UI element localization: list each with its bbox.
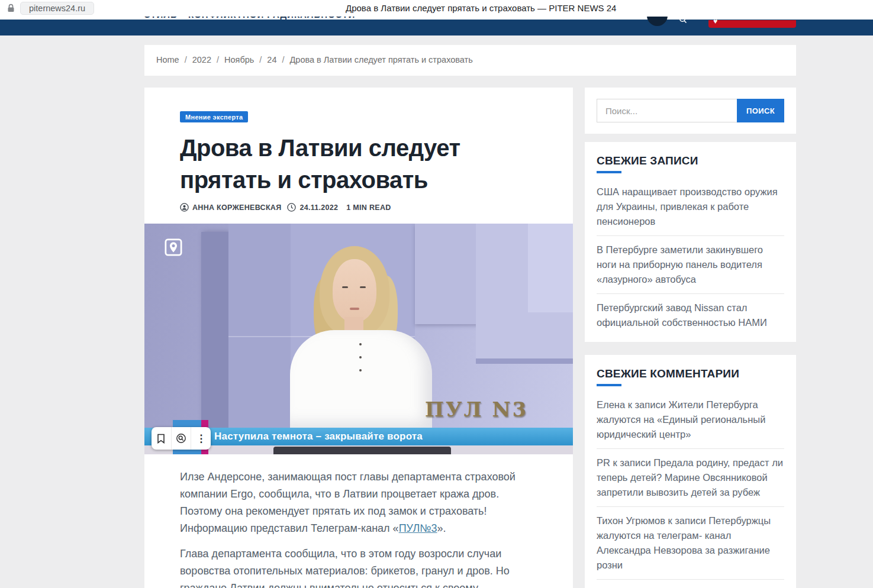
pul3-link[interactable]: ПУЛ№3 — [399, 522, 437, 534]
article-title: Дрова в Латвии следует прятать и страхов… — [180, 132, 500, 196]
article-card: Мнение эксперта Дрова в Латвии следует п… — [144, 88, 573, 588]
recent-comments-list: Елена к записи Жители Петербурга жалуютс… — [597, 391, 784, 588]
paragraph: Илзе Андерсоне, занимающая пост главы де… — [180, 469, 539, 537]
heading-underline — [597, 171, 621, 173]
breadcrumb-month[interactable]: Ноябрь — [224, 55, 254, 64]
sidebar-search-card: ПОИСК — [585, 88, 796, 134]
heart-icon: ♥ — [713, 18, 717, 25]
person-circle-icon — [180, 203, 189, 212]
recent-posts-list: США наращивает производство оружия для У… — [597, 178, 784, 337]
breadcrumb-separator: / — [282, 55, 285, 64]
header-zone: СТИЛЬ КОНФЛИКТНОЙ РАДИКАЛЬНОСТИ ♥ pitern… — [0, 0, 873, 35]
breadcrumb-card: Home/2022/Ноябрь/24/Дрова в Латвии следу… — [144, 45, 796, 76]
breadcrumb-separator: / — [185, 55, 187, 64]
studio-panel — [476, 358, 573, 364]
recent-post-item[interactable]: Петербургский завод Nissan стал официаль… — [597, 293, 784, 337]
article-body: Илзе Андерсоне, занимающая пост главы де… — [180, 469, 539, 588]
recent-comment-item-partial[interactable]: В… к записи — [597, 579, 784, 588]
recent-post-item[interactable]: США наращивает производство оружия для У… — [597, 178, 784, 235]
date-text: 24.11.2022 — [299, 203, 338, 212]
recent-posts-card: СВЕЖИЕ ЗАПИСИ США наращивает производств… — [585, 142, 796, 342]
breadcrumb: Home/2022/Ноябрь/24/Дрова в Латвии следу… — [156, 55, 473, 64]
image-search-icon[interactable] — [171, 427, 191, 450]
search-icon[interactable] — [679, 15, 687, 26]
tv-presenter-blouse — [290, 330, 432, 428]
read-time: 1 MIN READ — [346, 203, 391, 212]
breadcrumb-year[interactable]: 2022 — [192, 55, 211, 64]
studio-panel — [228, 224, 291, 454]
breadcrumb-current: Дрова в Латвии следует прятать и страхов… — [290, 55, 473, 64]
breadcrumb-day[interactable]: 24 — [267, 55, 276, 64]
location-pin-logo-icon — [165, 238, 182, 256]
recent-comments-heading: СВЕЖИЕ КОММЕНТАРИИ — [597, 368, 784, 379]
author-byline[interactable]: АННА КОРЖЕНЕВСКАЯ — [180, 203, 281, 212]
subscribe-button[interactable]: ♥ — [708, 20, 796, 28]
page-tab-title: Дрова в Латвии следует прятать и страхов… — [346, 3, 616, 13]
recent-comment-item[interactable]: Елена к записи Жители Петербурга жалуютс… — [597, 391, 784, 448]
heading-underline — [597, 384, 621, 386]
breadcrumb-separator: / — [259, 55, 262, 64]
search-input[interactable] — [597, 99, 737, 122]
author-name: АННА КОРЖЕНЕВСКАЯ — [192, 203, 281, 212]
studio-desk-item — [273, 447, 451, 454]
article-meta: АННА КОРЖЕНЕВСКАЯ 24.11.2022 1 MIN READ — [180, 203, 537, 212]
category-badge[interactable]: Мнение эксперта — [180, 111, 248, 122]
bookmark-icon[interactable] — [152, 427, 171, 450]
address-bar[interactable]: piternews24.ru — [20, 2, 94, 15]
tv-presenter-face — [333, 259, 376, 322]
breadcrumb-home[interactable]: Home — [156, 55, 179, 64]
image-tools-popup: ⋮ — [152, 427, 211, 450]
recent-comment-item[interactable]: PR к записи Предала родину, предаст ли т… — [597, 448, 784, 506]
clock-icon — [287, 203, 296, 212]
article-video-still: ПУЛ N3 Наступила темнота – закрывайте во… — [144, 224, 573, 454]
search-button[interactable]: ПОИСК — [737, 99, 784, 122]
recent-comments-card: СВЕЖИЕ КОММЕНТАРИИ Елена к записи Жители… — [585, 355, 796, 588]
lock-icon — [7, 4, 15, 15]
channel-watermark: ПУЛ N3 — [425, 398, 528, 421]
studio-panel — [528, 224, 573, 312]
publish-date: 24.11.2022 — [287, 203, 338, 212]
recent-comment-item[interactable]: Тихон Угрюмов к записи Петербуржцы жалую… — [597, 506, 784, 579]
breadcrumb-separator: / — [217, 55, 219, 64]
paragraph: Глава департамента сообщила, что в этом … — [180, 545, 539, 588]
recent-post-item[interactable]: В Петербурге заметили закинувшего ноги н… — [597, 235, 784, 293]
recent-posts-heading: СВЕЖИЕ ЗАПИСИ — [597, 155, 784, 166]
kebab-menu-icon[interactable]: ⋮ — [191, 427, 211, 450]
browser-bar: piternews24.ru Дрова в Латвии следует пр… — [0, 0, 873, 17]
